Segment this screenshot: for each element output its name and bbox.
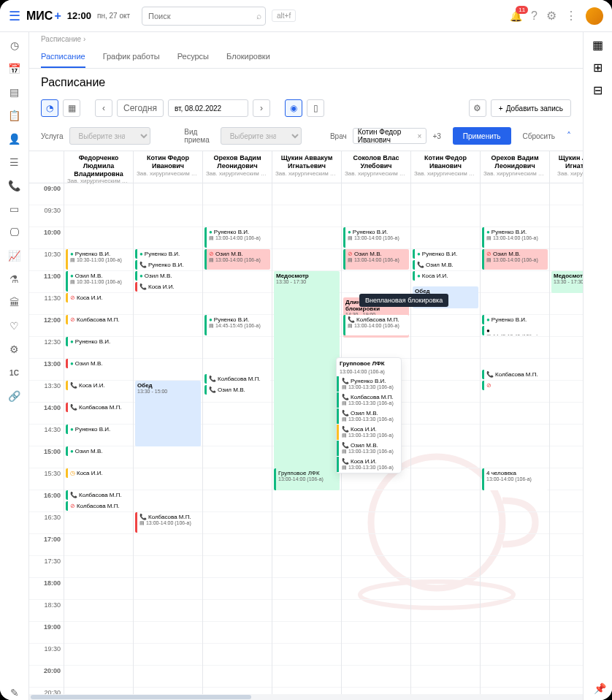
sidebar-clipboard-icon[interactable]: 📋 <box>7 108 22 123</box>
detail-panel[interactable]: Групповое ЛФК 13:00-14:00 (106-а) 📞 Руне… <box>336 357 402 473</box>
view-time-icon[interactable]: ◔ <box>41 99 58 117</box>
tab-worktime[interactable]: График работы <box>103 46 160 68</box>
add-button[interactable]: +Добавить запись <box>491 99 571 117</box>
appointment[interactable]: ● Руненко В.И. <box>482 315 548 324</box>
rail-icon-1[interactable]: ▦ <box>592 38 603 52</box>
next-icon[interactable]: › <box>253 99 270 117</box>
date-input[interactable] <box>168 99 248 117</box>
view-person-icon[interactable]: ◉ <box>285 99 302 117</box>
appointment[interactable]: ⊘ <box>482 381 548 390</box>
appointment[interactable]: ● Озил М.В. <box>66 446 131 456</box>
right-rail: ▦ ⊞ ⊟ <box>583 32 612 700</box>
scrollbar-horizontal[interactable] <box>29 694 583 700</box>
sidebar-phone-icon[interactable]: 📞 <box>7 178 22 193</box>
apply-button[interactable]: Применить <box>453 127 511 145</box>
appointment[interactable]: ● Коса И.И. <box>413 271 478 281</box>
sidebar-link-icon[interactable]: 🔗 <box>7 389 22 403</box>
appointment[interactable]: ● Руненко В.И. <box>66 425 131 434</box>
breadcrumb[interactable]: Расписание › <box>29 32 583 46</box>
menu-icon[interactable]: ☰ <box>9 8 20 24</box>
appointment[interactable]: ⊘ Озил М.В. ▤ 13:00-14:00 (106-а) <box>204 249 270 270</box>
today-button[interactable]: Сегодня <box>117 99 164 117</box>
appointment[interactable]: 📞 Колбасова М.П. <box>66 403 131 412</box>
appointment[interactable]: ⊘ Озил М.В. ▤ 13:00-14:00 (106-а) <box>343 249 409 270</box>
appointment[interactable]: 📞 Колбасова М.П. <box>204 374 270 384</box>
sidebar-puzzle-icon[interactable]: ⚙ <box>7 342 22 357</box>
appointment[interactable]: ● Руненко В.И. ▤ 13:00-14:00 (106-а) <box>343 227 409 248</box>
appointment[interactable]: ● Руненко В.И. <box>413 249 478 259</box>
help-icon[interactable]: ? <box>531 9 538 23</box>
tab-resources[interactable]: Ресурсы <box>177 46 209 68</box>
appointment[interactable]: ● Озил М.В. <box>135 271 201 281</box>
doctor-more[interactable]: +3 <box>432 132 440 140</box>
settings-icon[interactable]: ⚙ <box>469 99 486 117</box>
bell-icon[interactable]: 🔔11 <box>510 10 522 22</box>
appointment[interactable]: ● Руненко В.И. ▤ 14:45-15:45 (106-а) <box>204 315 270 335</box>
sidebar-dashboard-icon[interactable]: ◷ <box>7 38 22 53</box>
appointment[interactable]: 📞 Колбасова М.П. <box>482 370 548 379</box>
appointment[interactable]: ● Руненко В.И. ▤ 10:30-11:00 (106-а) <box>66 249 131 270</box>
appointment[interactable]: ⊘ Коса И.И. <box>66 293 131 303</box>
sidebar-edit-icon[interactable]: ✎ <box>7 685 22 700</box>
sidebar-user-icon[interactable]: 👤 <box>7 132 22 146</box>
reset-button[interactable]: Сбросить <box>517 132 561 140</box>
appointment[interactable]: ● Руненко В.И. <box>66 337 131 346</box>
clock: 12:00 <box>67 10 91 21</box>
shortcut-hint: alt+f <box>272 9 296 22</box>
rail-icon-2[interactable]: ⊞ <box>593 61 603 75</box>
sidebar-list-icon[interactable]: ☰ <box>7 155 22 170</box>
appointment[interactable]: 📞 Колбасова М.П. ▤ 13:00-14:00 (106-а) <box>343 315 409 335</box>
sidebar-card-icon[interactable]: ▭ <box>7 202 22 216</box>
appointment[interactable]: 📞 Озил М.В. <box>413 260 478 270</box>
appointment[interactable]: 📞 Колбасова М.П. ▤ 13:00-14:00 (106-а) <box>135 512 201 533</box>
appointment[interactable]: ⊘ Колбасова М.П. <box>66 315 131 324</box>
appointment[interactable]: ◷ Коса И.И. <box>66 468 131 478</box>
appointment[interactable]: ● ▤ 14:45-15:45 (106-а) <box>482 326 548 335</box>
appointment[interactable]: ● Руненко В.И. ▤ 13:00-14:00 (106-а) <box>204 227 270 248</box>
schedule-grid[interactable]: 09:0009:3010:0010:3011:0011:3012:0012:30… <box>29 151 583 694</box>
sidebar-lab-icon[interactable]: ⚗ <box>7 272 22 286</box>
topbar: ☰ МИС+ 12:00 пн, 27 окт ⌕ alt+f 🔔11 ? ⚙ … <box>0 0 612 32</box>
page-title: Расписание <box>29 69 583 95</box>
tab-blocks[interactable]: Блокировки <box>226 46 270 68</box>
gear-icon[interactable]: ⚙ <box>546 9 556 23</box>
logo: МИС+ <box>26 9 61 23</box>
search-input[interactable]: ⌕ <box>142 7 266 26</box>
view-device-icon[interactable]: ▯ <box>307 99 324 117</box>
collapse-icon[interactable]: ˄ <box>567 131 571 141</box>
filter-doctor-label: Врач <box>330 132 347 140</box>
prev-icon[interactable]: ‹ <box>95 99 112 117</box>
appointment[interactable]: ● Озил М.В. ▤ 10:30-11:00 (106-а) <box>66 271 131 292</box>
appointment[interactable]: 📞 Руненко В.И. <box>135 260 201 270</box>
toolbar: ◔ ▦ ‹ Сегодня › ◉ ▯ ⚙ +Добавить запись <box>29 95 583 121</box>
sidebar-heart-icon[interactable]: ♡ <box>7 319 22 333</box>
more-icon[interactable]: ⋮ <box>565 9 577 23</box>
appointment[interactable]: ● Озил М.В. <box>66 359 131 368</box>
appointment[interactable]: 📞 Коса И.И. <box>135 282 201 292</box>
tab-schedule[interactable]: Расписание <box>41 46 85 68</box>
view-grid-icon[interactable]: ▦ <box>63 99 80 117</box>
appointment[interactable]: ● Руненко В.И. <box>135 249 201 259</box>
sidebar-screen-icon[interactable]: 🖵 <box>7 225 22 240</box>
appointment[interactable]: ⊘ Озил М.В. ▤ 13:00-14:00 (106-а) <box>482 249 548 270</box>
search-icon[interactable]: ⌕ <box>256 11 261 21</box>
topbar-date: пн, 27 окт <box>97 12 130 20</box>
filters: Услуга Выберите значение Вид приема Выбе… <box>29 121 583 151</box>
appointment[interactable]: 📞 Колбасова М.П. <box>66 490 131 500</box>
sidebar-1c-icon[interactable]: 1С <box>7 365 22 380</box>
sidebar-doc-icon[interactable]: ▤ <box>7 85 22 99</box>
rail-icon-3[interactable]: ⊟ <box>593 83 603 97</box>
filter-type[interactable]: Выберите значение <box>221 127 302 145</box>
filter-type-label: Вид приема <box>184 128 214 144</box>
appointment[interactable]: 📞 Коса И.И. <box>66 381 131 390</box>
appointment[interactable]: ● Руненко В.И. ▤ 13:00-14:00 (106-а) <box>482 227 548 248</box>
pin-icon[interactable]: 📌 <box>594 682 606 694</box>
appointment[interactable]: 📞 Озил М.В. <box>204 385 270 395</box>
sidebar-building-icon[interactable]: 🏛 <box>7 295 22 310</box>
doctor-chip[interactable]: Котин Федор Иванович× <box>353 128 427 144</box>
filter-service[interactable]: Выберите значение <box>69 127 151 145</box>
avatar[interactable] <box>586 7 603 25</box>
appointment[interactable]: ⊘ Колбасова М.П. <box>66 501 131 511</box>
sidebar-calendar-icon[interactable]: 📅 <box>7 61 22 76</box>
sidebar-chart-icon[interactable]: 📈 <box>7 248 22 263</box>
